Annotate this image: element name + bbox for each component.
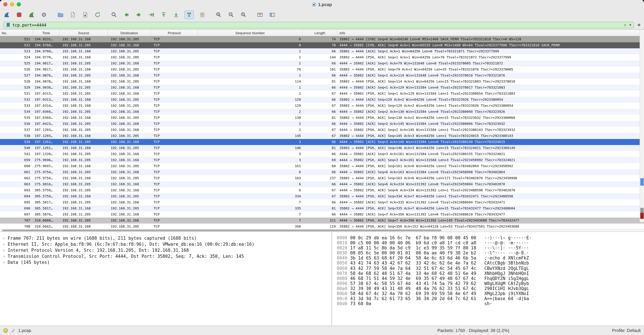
close-file-button[interactable] [81, 11, 89, 19]
display-filter-input[interactable]: tcp.port==4444 ✕ ▾ [3, 22, 634, 28]
packet-row[interactable]: 534197.0369…192.168.31.205192.168.31.168… [0, 109, 644, 115]
status-profile-button[interactable]: Profile: Default [612, 328, 641, 333]
hex-row[interactable]: 00d073 68 0ash· [337, 301, 644, 306]
find-packet-button[interactable] [110, 11, 118, 19]
go-first-packet-button[interactable] [160, 11, 168, 19]
resize-columns-button[interactable] [256, 11, 264, 19]
save-file-button[interactable] [69, 11, 77, 19]
reload-file-button[interactable] [94, 11, 102, 19]
disclosure-triangle-icon[interactable]: › [3, 248, 5, 253]
packet-row[interactable]: 533197.0314…192.168.31.168192.168.31.205… [0, 103, 644, 109]
go-last-packet-button[interactable] [172, 11, 180, 19]
start-capture-button[interactable] [3, 11, 11, 19]
colorize-packets-button[interactable] [198, 11, 206, 19]
hex-row[interactable]: 00b058 4d 67 4c 32 4a 70 62 69 39 69 59 … [337, 291, 644, 296]
horizontal-scrollbar-thumb[interactable] [2, 230, 442, 231]
packet-row[interactable]: 526194.9817…192.168.31.168192.168.31.205… [0, 67, 644, 73]
minimize-window-button[interactable] [10, 2, 14, 6]
packet-row[interactable]: 693305.5759…192.168.31.205192.168.31.168… [0, 187, 644, 193]
packet-row[interactable]: 663275.9816…192.168.31.205192.168.31.168… [0, 181, 644, 187]
disclosure-triangle-icon[interactable]: › [3, 236, 5, 241]
filter-dropdown-icon[interactable]: ▾ [630, 23, 631, 27]
capture-options-gear-icon[interactable]: ⚙ [40, 11, 48, 19]
packet-row[interactable]: 694305.5759…192.168.31.168192.168.31.205… [0, 193, 644, 199]
filter-add-button[interactable]: + [637, 22, 641, 28]
hex-row[interactable]: 005043 41 74 63 43 42 67 62 33 42 6c 62 … [337, 261, 644, 266]
packet-row[interactable]: 521194.9231…192.168.31.168192.168.31.205… [0, 36, 644, 42]
column-header-length[interactable]: Length [302, 30, 338, 36]
stop-capture-button[interactable] [15, 11, 23, 19]
packet-cell: TCP [151, 85, 198, 91]
packet-row[interactable]: 532197.0313…192.168.31.168192.168.31.205… [0, 97, 644, 103]
packet-row[interactable]: 696305.5817…192.168.31.168192.168.31.205… [0, 205, 644, 211]
restart-capture-button[interactable] [28, 11, 36, 19]
disclosure-triangle-icon[interactable]: › [3, 254, 5, 259]
go-forward-button[interactable] [135, 11, 143, 19]
hex-row[interactable]: 000000 0c 29 db ea 16 6c 7e 67 ba f8 96 … [337, 235, 644, 240]
hex-row[interactable]: 008046 68 71 51 44 59 32 4e 69 35 67 49 … [337, 276, 644, 281]
packet-row[interactable]: 522194.9760…192.168.31.205192.168.31.168… [0, 42, 644, 48]
vertical-scrollbar[interactable] [640, 30, 644, 222]
auto-scroll-toggle[interactable] [184, 11, 194, 19]
packet-row[interactable]: 539197.1261…192.168.31.205192.168.31.168… [0, 139, 644, 145]
packet-row[interactable]: 536197.0423…192.168.31.205192.168.31.168… [0, 121, 644, 127]
detail-row[interactable]: ›Data (145 bytes) [3, 259, 332, 265]
packet-row[interactable]: 523194.9760…192.168.31.168192.168.31.205… [0, 48, 644, 54]
hex-row[interactable]: 001000 c5 00 00 40 00 40 06 b9 6d c0 a8 … [337, 240, 644, 245]
packet-row[interactable]: 540197.1261…192.168.31.168192.168.31.205… [0, 145, 644, 151]
packet-row[interactable]: 528194.9878…192.168.31.168192.168.31.205… [0, 79, 644, 85]
columns-layout-button[interactable] [268, 11, 276, 19]
hex-row[interactable]: 00c041 3d 3d 7c 62 61 73 65 36 34 20 2d … [337, 296, 644, 301]
packet-row[interactable]: 659275.9696…192.168.31.205192.168.31.168… [0, 157, 644, 163]
column-header-info[interactable]: Info [338, 30, 644, 36]
zoom-out-button[interactable] [227, 11, 235, 19]
hex-row[interactable]: 007058 4e 68 62 48 51 67 4a 33 4e 68 62 … [337, 271, 644, 276]
packet-row[interactable]: 660275.9697…192.168.31.168192.168.31.205… [0, 163, 644, 169]
column-header-source[interactable]: Source [60, 30, 108, 36]
capture-comment-pencil-icon[interactable] [11, 328, 15, 333]
packet-row[interactable]: 695305.5817…192.168.31.205192.168.31.168… [0, 199, 644, 205]
packet-row[interactable]: 537197.1203…192.168.31.205192.168.31.168… [0, 127, 644, 133]
detail-row[interactable]: ›Internet Protocol Version 4, Src: 192.1… [3, 247, 332, 253]
column-header-protocol[interactable]: Protocol [151, 30, 198, 36]
packet-row[interactable]: 527194.9876…192.168.31.205192.168.31.168… [0, 73, 644, 79]
column-header-sequence-number[interactable]: Sequence Number [198, 30, 302, 36]
disclosure-triangle-icon[interactable]: › [3, 242, 5, 247]
filter-bookmark-icon[interactable] [6, 23, 10, 27]
close-window-button[interactable] [3, 2, 8, 6]
packet-row[interactable]: 535197.0369…192.168.31.168192.168.31.205… [0, 115, 644, 121]
hex-row[interactable]: 00403b 1d 65 63 68 6f 20 64 58 4e 6c 63 … [337, 256, 644, 261]
open-file-button[interactable] [56, 11, 64, 19]
packet-row[interactable]: 531197.0313…192.168.31.205192.168.31.168… [0, 91, 644, 97]
filter-clear-icon[interactable]: ✕ [623, 23, 627, 27]
packet-row[interactable]: 538197.1203…192.168.31.168192.168.31.205… [0, 133, 644, 139]
hex-row[interactable]: 009057 38 67 4c 58 55 67 4d 43 41 74 5a … [337, 281, 644, 286]
packet-row[interactable]: 697305.5876…192.168.31.205192.168.31.168… [0, 211, 644, 217]
packet-row[interactable]: 708310.6662…192.168.31.168192.168.31.205… [0, 224, 644, 229]
go-to-packet-button[interactable] [147, 11, 155, 19]
packet-row[interactable]: 529194.9939…192.168.31.205192.168.31.168… [0, 85, 644, 91]
zoom-in-button[interactable] [215, 11, 223, 19]
go-back-button[interactable] [122, 11, 130, 19]
detail-row[interactable]: ›Ethernet II, Src: Apple_ba:f8:96 (6c:7e… [3, 241, 332, 247]
column-header-no[interactable]: No. [0, 30, 33, 36]
disclosure-triangle-icon[interactable]: › [3, 260, 5, 265]
hex-row[interactable]: 00201f a8 11 5c 8b da 5d c9 1c e3 99 35 … [337, 245, 644, 250]
packet-row[interactable]: 662275.9754…192.168.31.168192.168.31.205… [0, 175, 644, 181]
expert-info-icon[interactable] [3, 328, 8, 333]
hex-row[interactable]: 00a032 39 30 49 43 31 48 49 48 4a 76 62 … [337, 286, 644, 291]
packet-row[interactable]: 707310.6660…192.168.31.205192.168.31.168… [0, 217, 644, 224]
detail-row[interactable]: ›Transmission Control Protocol, Src Port… [3, 253, 332, 259]
packet-row[interactable]: 541197.1320…192.168.31.205192.168.31.168… [0, 151, 644, 157]
packet-row[interactable]: 661275.9754…192.168.31.205192.168.31.168… [0, 169, 644, 175]
packet-row[interactable]: 525194.9817…192.168.31.205192.168.31.168… [0, 61, 644, 67]
column-header-time[interactable]: Time [33, 30, 60, 36]
packet-row[interactable]: 524194.9770…192.168.31.168192.168.31.205… [0, 54, 644, 61]
column-header-destination[interactable]: Destination [108, 30, 151, 36]
detail-row[interactable]: ›Frame 707: 211 bytes on wire (1688 bits… [3, 235, 332, 241]
horizontal-scrollbar[interactable] [0, 229, 644, 232]
hex-row[interactable]: 003008 05 6c 5e 00 00 01 01 08 0a ae 40 … [337, 251, 644, 256]
zoom-window-button[interactable] [17, 2, 21, 6]
zoom-reset-button[interactable] [240, 11, 248, 19]
hex-row[interactable]: 006043 42 77 59 58 4e 7a 64 32 51 67 4c … [337, 266, 644, 271]
